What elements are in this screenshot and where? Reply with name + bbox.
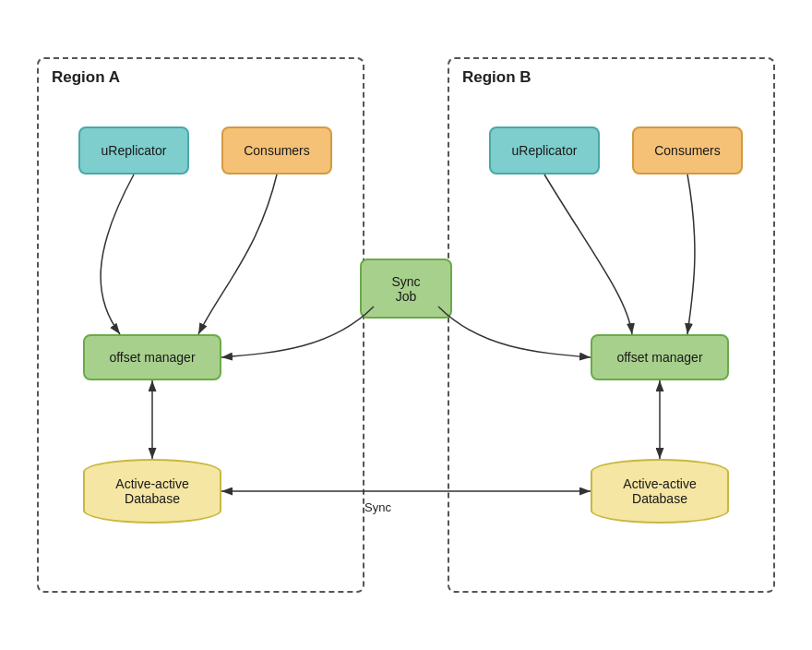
architecture-diagram: Region A Region B uReplicator Consumers …: [18, 20, 794, 630]
sync-label: Sync: [364, 500, 391, 514]
sync-job: Sync Job: [360, 259, 452, 319]
region-a-label: Region A: [52, 68, 120, 87]
offset-manager-a: offset manager: [83, 334, 221, 380]
ureplicator-b: uReplicator: [489, 126, 600, 175]
consumers-a: Consumers: [221, 126, 332, 175]
region-b-label: Region B: [462, 68, 531, 87]
database-b: Active-active Database: [591, 459, 729, 524]
database-a: Active-active Database: [83, 459, 221, 524]
offset-manager-b: offset manager: [591, 334, 729, 380]
ureplicator-a: uReplicator: [78, 126, 189, 175]
consumers-b: Consumers: [632, 126, 743, 175]
